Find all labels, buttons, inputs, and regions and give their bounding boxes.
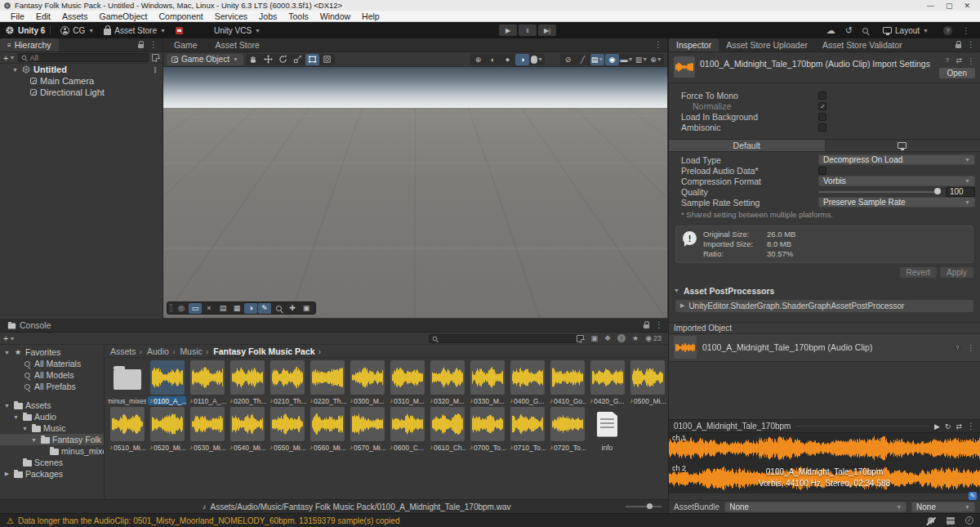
- imported-object-row[interactable]: 0100_A_Midnight_Tale_170bpm (Audio Clip)…: [669, 334, 980, 362]
- checkbox[interactable]: [818, 123, 826, 132]
- kebab-menu-icon[interactable]: ⋮: [967, 40, 975, 49]
- asset-item[interactable]: ♪0500_Mi...: [627, 360, 667, 405]
- loop-button[interactable]: ↻: [945, 422, 951, 431]
- asset-item[interactable]: ♪0420_G...: [587, 360, 627, 405]
- step-button[interactable]: ▶|: [538, 25, 556, 36]
- lock-icon[interactable]: [138, 44, 144, 48]
- search-picker-icon[interactable]: [577, 335, 584, 342]
- history-icon[interactable]: ↺: [845, 26, 853, 35]
- breadcrumb-item[interactable]: Audio: [147, 346, 178, 356]
- foldout-arrow-icon[interactable]: ▼: [30, 437, 38, 443]
- breadcrumb-item[interactable]: Fantasy Folk Music Pack: [213, 346, 324, 356]
- preview-badge-icon[interactable]: ✎: [969, 492, 977, 500]
- asset-item[interactable]: ♪0570_Mi...: [347, 407, 387, 452]
- menu-item[interactable]: Component: [153, 11, 208, 21]
- lighting-toggle[interactable]: ◑: [515, 54, 529, 65]
- import-activity-icon[interactable]: !: [617, 334, 626, 342]
- move-overlay-tool[interactable]: ✚: [286, 303, 299, 314]
- load-type-dropdown[interactable]: Decompress On Load▼: [818, 154, 975, 165]
- layout-dropdown[interactable]: Layout▼: [878, 24, 933, 37]
- hierarchy-item[interactable]: Main Camera: [0, 75, 163, 87]
- revert-button[interactable]: Revert: [900, 267, 937, 278]
- asset-item[interactable]: ♪0300_M...: [347, 360, 387, 405]
- kebab-menu-icon[interactable]: ⋮: [962, 26, 970, 35]
- grid-visibility-toggle[interactable]: ╱: [576, 54, 590, 65]
- presets-icon[interactable]: ⇄: [956, 56, 962, 65]
- scene-root-row[interactable]: ▼ Untitled ⋮: [0, 64, 163, 75]
- platform-tab-default[interactable]: Default: [669, 140, 825, 151]
- view-options-icon[interactable]: ◎: [175, 303, 188, 314]
- asset-item[interactable]: ♪0100_A_...: [147, 360, 187, 405]
- waveform-preview[interactable]: ch 1 ch 2 0100_A_Midnight_Tale_170bpm Vo…: [669, 433, 980, 494]
- close-button[interactable]: ✕: [964, 2, 970, 10]
- asset-item[interactable]: ♪0320_M...: [427, 360, 467, 405]
- asset-item[interactable]: ♪0530_Mi...: [187, 407, 227, 452]
- drag-handle[interactable]: [795, 426, 929, 427]
- tree-item[interactable]: ▼ Assets: [0, 400, 104, 411]
- hand-tool[interactable]: [247, 54, 261, 65]
- tree-item[interactable]: ▼ Music: [0, 422, 104, 434]
- constraint-tool[interactable]: ×: [203, 303, 216, 314]
- project-tab[interactable]: Console: [0, 319, 59, 332]
- kebab-menu-icon[interactable]: ⋮: [967, 56, 975, 65]
- preload-checkbox[interactable]: [818, 167, 826, 175]
- gameobject-tool-dropdown[interactable]: Game Object▼: [167, 54, 243, 65]
- asset-item[interactable]: ♪0200_Th...: [227, 360, 267, 405]
- foldout-arrow-icon[interactable]: ▼: [3, 403, 11, 409]
- asset-item[interactable]: ♪0600_C...: [387, 407, 427, 452]
- tree-item[interactable]: All Models: [0, 369, 104, 381]
- lock-icon[interactable]: [956, 44, 961, 48]
- tree-item[interactable]: minus_mixes: [0, 445, 104, 457]
- shaded-mode-icon[interactable]: ●: [501, 54, 514, 65]
- foldout-arrow-icon[interactable]: ▼: [12, 414, 20, 420]
- asset-item[interactable]: ♪0710_To...: [507, 407, 547, 452]
- asset-item[interactable]: ♪0410_Go...: [547, 360, 587, 405]
- asset-item[interactable]: ♪0400_G...: [507, 360, 547, 405]
- open-button[interactable]: Open: [939, 68, 975, 78]
- scene-viewport[interactable]: ◎ ▭ × ▤ ▦ ◑ ✎ ✚ ▣: [163, 67, 667, 318]
- asset-item[interactable]: ♪0220_Th...: [307, 360, 347, 405]
- assetbundle-dropdown[interactable]: None▼: [724, 502, 906, 512]
- thumbnail-size-slider[interactable]: [626, 506, 662, 507]
- audio-mute-toggle[interactable]: ⊘: [561, 54, 575, 65]
- scale-tool[interactable]: [291, 54, 305, 65]
- foldout-arrow-icon[interactable]: ▶: [3, 471, 11, 477]
- platform-tab-standalone[interactable]: [825, 140, 980, 151]
- tree-item[interactable]: All Materials: [0, 358, 104, 369]
- maximize-button[interactable]: ▢: [946, 2, 953, 10]
- kebab-menu-icon[interactable]: ⋮: [655, 320, 663, 329]
- play-button[interactable]: ▶: [499, 25, 517, 36]
- asset-item[interactable]: ♪0310_M...: [387, 360, 427, 405]
- asset-item[interactable]: ♪0610_Ch...: [427, 407, 467, 452]
- add-gameobject-button[interactable]: +▼: [3, 53, 15, 63]
- hierarchy-item[interactable]: Directional Light: [0, 87, 163, 98]
- compression-format-dropdown[interactable]: Vorbis▼: [818, 176, 975, 186]
- vcs-dropdown[interactable]: Unity VCS▼: [209, 24, 265, 37]
- menu-item[interactable]: Services: [209, 11, 253, 21]
- menu-item[interactable]: Window: [314, 11, 356, 21]
- pivot-rotation-toggle[interactable]: ◐: [486, 54, 500, 65]
- menu-item[interactable]: Edit: [30, 11, 56, 21]
- menu-item[interactable]: Assets: [56, 11, 94, 21]
- zoom-tool[interactable]: [272, 303, 285, 314]
- cloud-icon[interactable]: ☁: [826, 26, 835, 35]
- rect-overlay-tool[interactable]: ▭: [189, 303, 202, 314]
- asset-item[interactable]: ♪info: [587, 407, 627, 452]
- pause-button[interactable]: ‖: [519, 25, 537, 36]
- breadcrumb-item[interactable]: Music: [180, 346, 212, 356]
- kebab-menu-icon[interactable]: ⋮: [654, 40, 662, 49]
- transform-tool[interactable]: [320, 54, 334, 65]
- notifications-muted-icon[interactable]: [926, 516, 936, 525]
- tree-item[interactable]: All Prefabs: [0, 381, 104, 392]
- asset-item[interactable]: ♪0720_To...: [547, 407, 587, 452]
- kebab-menu-icon[interactable]: ⋮: [967, 343, 975, 352]
- gizmos-dropdown[interactable]: ⊕▼: [649, 54, 663, 65]
- help-icon[interactable]: ?: [943, 56, 951, 64]
- auto-play-button[interactable]: ⇄: [956, 422, 962, 431]
- postprocessor-item[interactable]: ▶UnityEditor.ShaderGraph.ShaderGraphAsse…: [675, 300, 973, 312]
- asset-store-dropdown[interactable]: Asset Store▼: [99, 24, 171, 37]
- kebab-menu-icon[interactable]: ⋮: [149, 40, 158, 49]
- tree-item[interactable]: ▼ Favorites: [0, 346, 104, 358]
- component-view-dropdown[interactable]: ▥▼: [635, 54, 648, 65]
- quality-slider[interactable]: [818, 191, 941, 193]
